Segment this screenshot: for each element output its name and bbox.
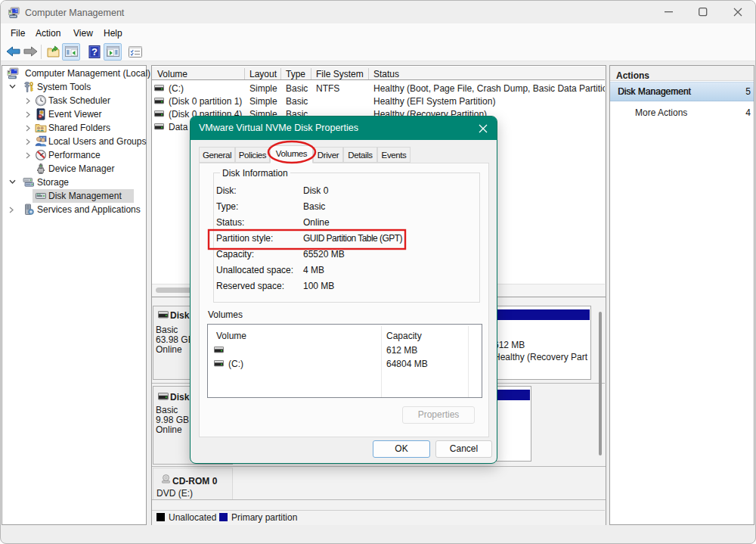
- svg-text:?: ?: [91, 46, 98, 58]
